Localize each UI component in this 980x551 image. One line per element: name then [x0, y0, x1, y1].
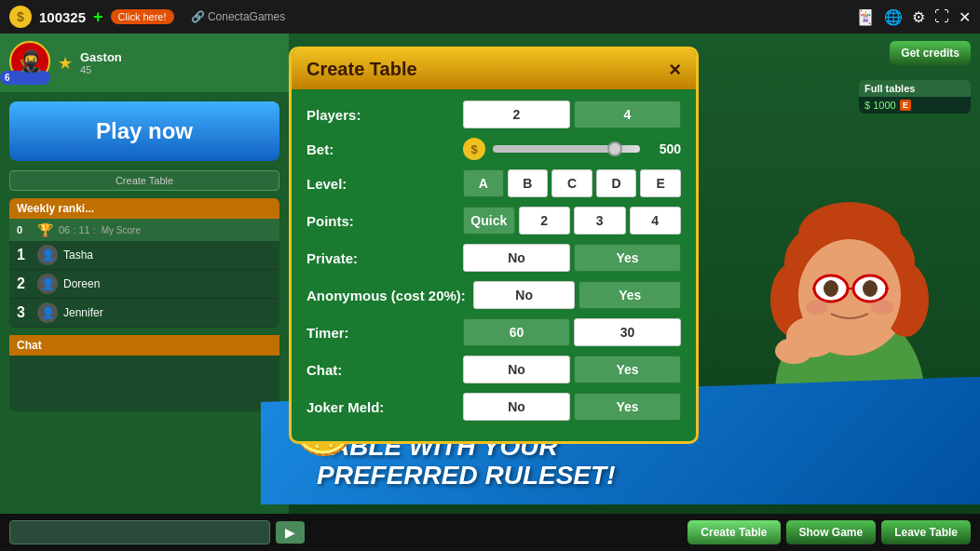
players-row: Players: 2 4	[306, 101, 681, 128]
chat-yes-button[interactable]: Yes	[574, 356, 681, 383]
rank-row-3: 3 👤 Jennifer	[9, 299, 279, 328]
chat-setting-label: Chat:	[306, 362, 456, 378]
modal-header: Create Table ×	[292, 49, 696, 89]
private-no-button[interactable]: No	[463, 244, 570, 272]
bet-slider-thumb[interactable]	[607, 141, 622, 156]
players-label: Players:	[306, 107, 456, 123]
anonymous-row: Anonymous (cost 20%): No Yes	[306, 281, 681, 309]
private-yes-button[interactable]: Yes	[574, 244, 681, 272]
create-table-small-label[interactable]: Create Table	[9, 170, 279, 191]
points-2-button[interactable]: 2	[519, 207, 571, 235]
chat-body	[9, 356, 279, 411]
timer-label: Timer:	[306, 325, 456, 341]
svg-point-15	[871, 300, 893, 315]
top-icons: 🃏 🌐 ⚙ ⛶ ✕	[856, 8, 971, 26]
click-here-label[interactable]: Click here!	[111, 9, 174, 24]
points-controls: Quick 2 3 4	[463, 207, 681, 235]
svg-point-17	[775, 338, 812, 364]
bet-coin-icon: $	[463, 138, 485, 160]
level-d-button[interactable]: D	[596, 169, 637, 197]
globe-icon[interactable]: 🌐	[884, 8, 903, 26]
rank-row-1: 1 👤 Tasha	[9, 241, 279, 270]
players-2-button[interactable]: 2	[463, 101, 570, 128]
timer-controls: 60 30	[463, 318, 681, 346]
bet-slider[interactable]	[493, 145, 640, 153]
weekly-ranking-title: Weekly ranki...	[9, 198, 279, 219]
gear-icon[interactable]: ⚙	[912, 8, 925, 26]
full-tables-title: Full tables	[859, 80, 971, 97]
rank-row-2: 2 👤 Doreen	[9, 270, 279, 299]
timer-30-button[interactable]: 30	[574, 318, 681, 346]
rank-name-2: Doreen	[63, 277, 100, 290]
rank-avatar-1: 👤	[37, 245, 58, 265]
chat-controls: No Yes	[463, 356, 681, 383]
anonymous-label: Anonymous (cost 20%):	[306, 288, 466, 303]
leave-table-button[interactable]: Leave Table	[881, 520, 971, 544]
play-now-button[interactable]: Play now	[9, 101, 279, 161]
joker-meld-row: Joker Meld: No Yes	[306, 393, 681, 421]
joker-meld-yes-button[interactable]: Yes	[574, 393, 681, 421]
rank-num-2: 2	[17, 276, 32, 292]
show-game-button[interactable]: Show Game	[786, 520, 877, 544]
chat-send-button[interactable]: ▶	[276, 521, 305, 544]
level-row: Level: A B C D E	[306, 169, 681, 197]
private-row: Private: No Yes	[306, 244, 681, 272]
my-rank-num: 0	[17, 224, 32, 235]
bet-label: Bet:	[306, 141, 456, 157]
bet-controls: $ 500	[463, 138, 681, 160]
level-c-button[interactable]: C	[551, 169, 592, 197]
level-a-button[interactable]: A	[463, 169, 504, 197]
anonymous-no-button[interactable]: No	[473, 281, 576, 309]
promo-line3: PREFERRED RULESET!	[317, 462, 961, 491]
chat-row: Chat: No Yes	[306, 356, 681, 383]
level-e-button[interactable]: E	[640, 169, 681, 197]
players-controls: 2 4	[463, 101, 681, 128]
points-row: Points: Quick 2 3 4	[306, 207, 681, 235]
coin-icon: $	[9, 6, 32, 28]
rank-avatar-2: 👤	[37, 274, 58, 294]
timer-60-button[interactable]: 60	[463, 318, 570, 346]
private-controls: No Yes	[463, 244, 681, 272]
anonymous-controls: No Yes	[473, 281, 681, 309]
my-score-label: My Score	[102, 225, 141, 235]
points-3-button[interactable]: 3	[574, 207, 626, 235]
rank-avatar-3: 👤	[37, 302, 58, 323]
full-tables-row: $ 1000 E	[859, 97, 971, 114]
private-label: Private:	[306, 250, 456, 266]
table-amount: $ 1000	[864, 100, 896, 111]
fullscreen-icon[interactable]: ⛶	[934, 8, 949, 25]
top-score: 100325	[39, 9, 86, 25]
get-credits-button[interactable]: Get credits	[890, 41, 971, 65]
rank-name-1: Tasha	[63, 249, 93, 262]
close-icon[interactable]: ✕	[959, 8, 971, 26]
joker-meld-label: Joker Meld:	[306, 399, 456, 415]
user-bar: 🥷 6 ★ Gaston 45	[0, 34, 289, 92]
top-bar: $ 100325 + Click here! 🔗 ConectaGames 🃏 …	[0, 0, 980, 34]
svg-point-14	[806, 300, 828, 315]
anonymous-yes-button[interactable]: Yes	[578, 281, 681, 309]
trophy-icon: 🏆	[37, 222, 53, 237]
joker-meld-controls: No Yes	[463, 393, 681, 421]
bet-value: 500	[647, 141, 681, 156]
chat-input[interactable]	[9, 520, 270, 544]
svg-point-12	[823, 280, 838, 297]
full-tables-panel: Full tables $ 1000 E	[859, 80, 971, 114]
cards-icon[interactable]: 🃏	[856, 8, 875, 26]
points-label: Points:	[306, 213, 456, 229]
points-4-button[interactable]: 4	[630, 207, 682, 235]
create-table-button[interactable]: Create Table	[687, 520, 780, 544]
modal-close-button[interactable]: ×	[669, 60, 681, 80]
svg-point-13	[863, 280, 878, 297]
players-4-button[interactable]: 4	[574, 101, 681, 128]
chat-no-button[interactable]: No	[463, 356, 570, 383]
rank-num-1: 1	[17, 247, 32, 263]
logo-label: 🔗 ConectaGames	[191, 10, 286, 23]
table-badge: E	[900, 100, 911, 111]
modal-title: Create Table	[306, 59, 417, 80]
weekly-ranking: Weekly ranki... 0 🏆 06 : 11 : My Score 1…	[9, 198, 279, 328]
joker-meld-no-button[interactable]: No	[463, 393, 570, 421]
bottom-bar: ▶ Create Table Show Game Leave Table	[0, 514, 980, 551]
points-quick-button[interactable]: Quick	[463, 207, 515, 235]
level-b-button[interactable]: B	[508, 169, 549, 197]
user-score: 45	[80, 64, 122, 75]
